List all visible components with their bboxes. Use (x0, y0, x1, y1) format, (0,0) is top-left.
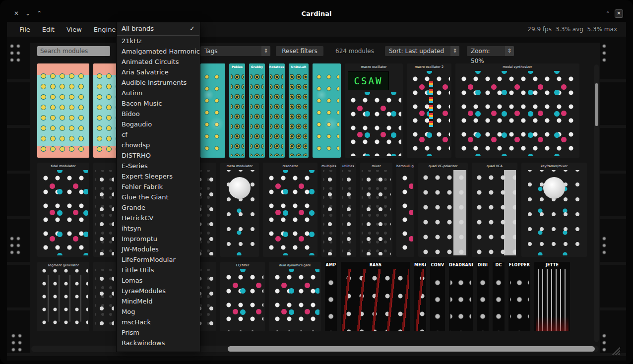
brand-menu-item[interactable]: LifeFormModular (117, 254, 200, 265)
brand-menu-item[interactable]: LyraeModules (117, 286, 200, 296)
brand-menu-item[interactable]: ihtsyn (117, 223, 200, 234)
module-card[interactable]: utilities (340, 163, 356, 257)
module-card[interactable] (37, 63, 89, 158)
module-card[interactable] (93, 163, 116, 257)
module-card[interactable]: CONV (430, 262, 445, 331)
brand-menu-list: 21kHz Amalgamated Harmonics Animated Cir… (117, 36, 200, 348)
module-card[interactable]: resonator (263, 163, 317, 257)
brand-menu-item[interactable]: Rackwindows (117, 338, 200, 348)
brand-menu-item[interactable]: HetrickCV (117, 213, 200, 223)
module-card[interactable] (313, 63, 341, 158)
module-card[interactable]: dual dynamics gate (269, 262, 321, 331)
window-close-icon[interactable]: ✕ (615, 9, 623, 18)
module-title: macro oscillator (345, 63, 403, 70)
brand-menu-item[interactable]: Glue the Giant (117, 192, 200, 202)
sort-dropdown[interactable]: Sort: Last updated ⇕ (385, 46, 459, 56)
module-title: Grabby (249, 63, 265, 70)
brand-menu-item[interactable]: Autinn (117, 88, 200, 98)
chevron-up-icon[interactable]: ⌃ (37, 10, 42, 17)
vertical-scrollbar[interactable] (594, 64, 599, 342)
brand-menu-item[interactable]: E-Series (117, 161, 200, 171)
module-face (342, 269, 409, 331)
tags-dropdown[interactable]: Tags ⇕ (200, 46, 270, 56)
module-count: 624 modules (335, 48, 374, 55)
brand-menu-item[interactable]: Prism (117, 327, 200, 338)
module-card[interactable] (93, 262, 116, 331)
module-title: dual dynamics gate (269, 262, 321, 268)
module-card[interactable]: mixer (360, 163, 392, 257)
resize-grip[interactable] (612, 347, 620, 355)
brand-menu-item[interactable]: mscHack (117, 317, 200, 327)
menu-item[interactable]: Engine (89, 24, 121, 35)
module-card[interactable]: DIGI (477, 262, 489, 331)
module-card[interactable]: MERA (414, 262, 426, 331)
close-icon[interactable]: ✕ (14, 10, 19, 17)
module-card[interactable]: JETTE (534, 262, 570, 331)
module-card[interactable]: Grabby (249, 63, 265, 158)
module-card[interactable] (200, 63, 225, 158)
brand-menu-item[interactable]: chowdsp (117, 140, 200, 150)
module-card[interactable]: tidal modulator (37, 163, 89, 257)
menu-item[interactable]: View (62, 24, 86, 35)
module-card[interactable]: BASS (341, 262, 410, 331)
brand-menu-item[interactable]: cf (117, 129, 200, 140)
brand-menu-item[interactable]: Lomas (117, 275, 200, 286)
module-card[interactable]: quad VC-polarizer (418, 163, 468, 257)
module-card[interactable]: macro oscillator 2 (407, 63, 451, 158)
brand-menu-item[interactable]: Audible Instruments (117, 77, 200, 88)
brand-menu-item[interactable]: MindMeld (117, 296, 200, 306)
module-face (222, 269, 263, 331)
brand-menu-item[interactable]: Grande (117, 202, 200, 213)
brand-menu-item-all-brands[interactable]: All brands ✓ (117, 22, 200, 35)
reset-filters-button[interactable]: Reset filters (276, 46, 323, 56)
module-card[interactable]: meta modulator (220, 163, 259, 257)
brand-menu-item[interactable]: Mog (117, 306, 200, 317)
brand-menu-item[interactable]: Little Utils (117, 265, 200, 275)
brand-menu-item[interactable]: Animated Circuits (117, 57, 200, 67)
rack-screws (9, 236, 22, 257)
module-card[interactable]: bernoulli gate (396, 163, 414, 257)
brand-menu-item[interactable]: Fehler Fabrik (117, 182, 200, 192)
chevron-down-icon[interactable]: ⌄ (25, 10, 30, 17)
zoom-dropdown[interactable]: Zoom: 50% ⇕ (467, 46, 514, 56)
module-card[interactable]: DC (493, 262, 505, 331)
tags-dropdown-label: Tags (204, 46, 218, 56)
brand-menu-item[interactable]: Impromptu (117, 234, 200, 244)
menu-item[interactable]: Edit (38, 24, 59, 35)
module-card[interactable]: DEADBAND (449, 262, 473, 331)
module-card[interactable]: UnDuLaR (289, 63, 309, 158)
module-title: utilities (340, 163, 356, 169)
module-card[interactable]: segment generator (37, 262, 89, 331)
module-card[interactable]: macro oscillator CSAW (345, 63, 403, 158)
brand-menu-item[interactable]: Bacon Music (117, 98, 200, 109)
module-card[interactable]: modal synthesizer (455, 63, 579, 158)
horizontal-scrollbar-thumb[interactable] (228, 346, 595, 352)
module-card[interactable]: multiples (321, 163, 336, 257)
module-title: macro oscillator 2 (407, 63, 451, 70)
module-card[interactable]: Pokies (229, 63, 245, 158)
keep-on-top-icon[interactable]: ⌃ (606, 10, 610, 17)
module-title: DIGI (477, 262, 489, 268)
module-card[interactable]: EQ filter (220, 262, 265, 331)
search-input[interactable] (37, 46, 110, 56)
brand-menu-item[interactable]: DISTRHO (117, 150, 200, 161)
brand-menu-item[interactable]: Amalgamated Harmonics (117, 46, 200, 57)
module-title: resonator (263, 163, 317, 169)
vertical-scrollbar-thumb[interactable] (595, 83, 598, 126)
module-card[interactable]: keyframer/mixer (521, 163, 587, 257)
brand-menu-item[interactable]: Aria Salvatrice (117, 67, 200, 77)
menu-item[interactable]: File (15, 24, 35, 35)
updown-icon: ⇕ (261, 46, 270, 56)
brand-menu-item[interactable]: Bogaudio (117, 119, 200, 129)
module-card[interactable]: AMP (325, 262, 337, 331)
module-face (346, 92, 401, 156)
module-card[interactable]: quad VCA (472, 163, 517, 257)
module-card[interactable] (93, 63, 118, 158)
brand-menu-item[interactable]: Expert Sleepers (117, 171, 200, 182)
window-title: Cardinal (0, 10, 633, 17)
brand-menu-item[interactable]: JW-Modules (117, 244, 200, 254)
module-card[interactable]: Rotatoes (269, 63, 285, 158)
brand-menu-item[interactable]: 21kHz (117, 36, 200, 46)
module-card[interactable]: FLOPPER (508, 262, 530, 331)
brand-menu-item[interactable]: Bidoo (117, 109, 200, 119)
